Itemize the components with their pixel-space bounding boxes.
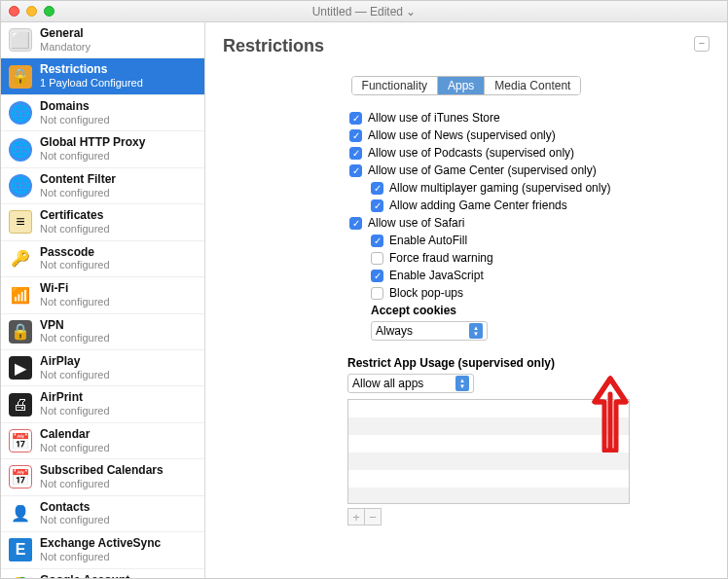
option-label: Enable JavaScript (389, 269, 484, 282)
select-stepper-icon: ▲▼ (455, 376, 469, 391)
sidebar-item-sub: Not configured (40, 369, 110, 381)
sidebar-item-sub: Not configured (40, 405, 110, 417)
sidebar-item-subscribed-calendars[interactable]: 📅 Subscribed Calendars Not configured (1, 459, 204, 495)
tab-bar: Functionality Apps Media Content (351, 76, 582, 95)
select-value: Allow all apps (352, 377, 423, 390)
globe-icon: 🌐 (9, 174, 32, 198)
sidebar-item-vpn[interactable]: 🔒 VPN Not configured (1, 314, 204, 350)
accept-cookies-label: Accept cookies (371, 304, 456, 317)
sidebar-item-sub: Not configured (40, 150, 145, 163)
checkbox-news[interactable]: ✓ (349, 129, 362, 142)
sidebar-item-sub: Mandatory (40, 41, 91, 54)
checkbox-safari-js[interactable]: ✓ (371, 270, 383, 282)
sidebar-item-label: AirPrint (40, 391, 110, 405)
checkbox-gc-friends[interactable]: ✓ (371, 199, 383, 212)
subscribed-calendar-icon: 📅 (9, 465, 32, 489)
tab-functionality[interactable]: Functionality (352, 77, 438, 94)
key-icon: 🔑 (9, 247, 32, 271)
tab-media-content[interactable]: Media Content (485, 77, 580, 94)
contacts-icon: 👤 (9, 502, 32, 525)
option-label: Allow adding Game Center friends (389, 199, 567, 212)
general-icon: ⬜ (9, 28, 32, 52)
sidebar-item-label: Content Filter (40, 173, 116, 187)
checkbox-safari-autofill[interactable]: ✓ (371, 235, 383, 247)
option-label: Allow use of Safari (368, 216, 464, 230)
restrict-app-usage-select[interactable]: Allow all apps ▲▼ (347, 374, 474, 393)
checkbox-safari-fraud[interactable] (371, 252, 383, 265)
collapse-button[interactable]: − (694, 36, 710, 52)
google-icon (9, 575, 32, 578)
accept-cookies-select[interactable]: Always ▲▼ (371, 321, 488, 341)
sidebar-item-exchange-activesync[interactable]: E Exchange ActiveSync Not configured (1, 532, 204, 568)
add-app-button[interactable]: + (347, 508, 365, 525)
sidebar-item-label: VPN (40, 319, 110, 333)
option-label: Allow multiplayer gaming (supervised onl… (389, 181, 610, 195)
option-label: Enable AutoFill (389, 234, 467, 247)
option-label: Allow use of iTunes Store (368, 111, 500, 125)
sidebar-item-label: AirPlay (40, 355, 110, 369)
lock-icon: 🔒 (9, 65, 32, 89)
globe-icon: 🌐 (9, 101, 32, 125)
checkbox-safari-popups[interactable] (371, 287, 383, 300)
wifi-icon: 📶 (9, 283, 32, 307)
checkbox-itunes[interactable]: ✓ (349, 112, 362, 125)
tab-apps[interactable]: Apps (438, 77, 485, 94)
sidebar-item-label: Subscribed Calendars (40, 464, 164, 478)
option-label: Allow use of Game Center (supervised onl… (368, 163, 597, 177)
calendar-icon: 📅 (9, 429, 32, 452)
checkbox-gamecenter[interactable]: ✓ (349, 164, 362, 177)
sidebar-item-sub: Not configured (40, 332, 110, 344)
sidebar-item-sub: Not configured (40, 187, 116, 199)
sidebar-item-label: Contacts (40, 501, 110, 515)
sidebar-item-certificates[interactable]: ≡ Certificates Not configured (1, 204, 204, 240)
sidebar-item-label: Certificates (40, 209, 110, 223)
option-label: Block pop-ups (389, 286, 463, 300)
sidebar-item-contacts[interactable]: 👤 Contacts Not configured (1, 496, 204, 532)
vpn-icon: 🔒 (9, 320, 32, 344)
checkbox-safari[interactable]: ✓ (349, 217, 362, 230)
sidebar-item-restrictions[interactable]: 🔒 Restrictions 1 Payload Configured (1, 58, 204, 94)
sidebar-item-airprint[interactable]: 🖨 AirPrint Not configured (1, 386, 204, 422)
page-title: Restrictions (223, 36, 710, 56)
printer-icon: 🖨 (9, 393, 32, 416)
remove-app-button[interactable]: − (364, 508, 382, 525)
select-stepper-icon: ▲▼ (469, 323, 483, 339)
sidebar-item-passcode[interactable]: 🔑 Passcode Not configured (1, 241, 204, 277)
sidebar-item-label: Restrictions (40, 63, 143, 77)
sidebar-item-label: Passcode (40, 246, 110, 260)
option-label: Force fraud warning (389, 251, 493, 265)
sidebar-item-calendar[interactable]: 📅 Calendar Not configured (1, 423, 204, 459)
sidebar-item-global-http-proxy[interactable]: 🌐 Global HTTP Proxy Not configured (1, 131, 204, 167)
sidebar-item-wifi[interactable]: 📶 Wi-Fi Not configured (1, 277, 204, 313)
sidebar-item-label: Domains (40, 100, 110, 114)
window-title: Untitled — Edited ⌄ (1, 5, 727, 18)
sidebar-item-label: Global HTTP Proxy (40, 136, 145, 150)
app-list[interactable] (347, 399, 630, 504)
options-group: ✓ Allow use of iTunes Store ✓ Allow use … (349, 109, 710, 343)
sidebar-item-sub: Not configured (40, 223, 110, 235)
sidebar-item-label: Google Account (40, 574, 129, 578)
option-label: Allow use of News (supervised only) (368, 128, 556, 142)
checkbox-podcasts[interactable]: ✓ (349, 147, 362, 160)
restrict-app-usage-label: Restrict App Usage (supervised only) (347, 356, 710, 370)
sidebar-item-label: Wi-Fi (40, 282, 110, 296)
sidebar-item-sub: Not configured (40, 114, 110, 127)
sidebar-item-general[interactable]: ⬜ General Mandatory (1, 22, 204, 58)
sidebar-item-label: Calendar (40, 428, 110, 442)
certificate-icon: ≡ (9, 210, 32, 234)
sidebar-item-airplay[interactable]: ▶ AirPlay Not configured (1, 350, 204, 386)
restrict-app-usage-section: Restrict App Usage (supervised only) All… (347, 356, 710, 525)
globe-icon: 🌐 (9, 138, 32, 162)
sidebar-item-content-filter[interactable]: 🌐 Content Filter Not configured (1, 168, 204, 204)
airplay-icon: ▶ (9, 356, 32, 380)
checkbox-gc-multiplayer[interactable]: ✓ (371, 182, 383, 195)
titlebar: Untitled — Edited ⌄ (1, 1, 727, 22)
sidebar-item-google-account[interactable]: Google Account Not configured (1, 569, 204, 578)
sidebar: ⬜ General Mandatory 🔒 Restrictions 1 Pay… (1, 22, 205, 578)
sidebar-item-domains[interactable]: 🌐 Domains Not configured (1, 95, 204, 131)
sidebar-item-sub: Not configured (40, 478, 164, 490)
select-value: Always (376, 324, 413, 338)
sidebar-item-sub: 1 Payload Configured (40, 77, 143, 90)
option-label: Allow use of Podcasts (supervised only) (368, 146, 574, 160)
sidebar-item-label: General (40, 27, 91, 41)
